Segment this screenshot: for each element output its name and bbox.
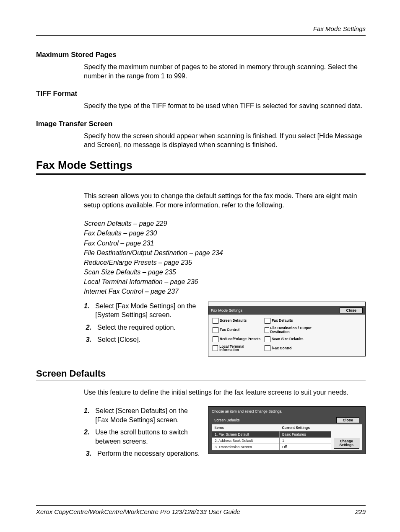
cell-item: 3. Transmission Screen: [212, 444, 280, 450]
step-number: 1.: [84, 406, 89, 424]
xref-link[interactable]: Screen Defaults – page 229: [84, 219, 366, 228]
body-fax-mode-intro: This screen allows you to change the def…: [84, 191, 366, 209]
step: 3. Perform the necessary operations.: [84, 449, 201, 458]
button-icon: [213, 327, 218, 333]
cell-value: 1: [279, 437, 331, 444]
footer: Xerox CopyCentre/WorkCentre/WorkCentre P…: [36, 505, 366, 515]
side-panel: Change Settings: [331, 424, 362, 450]
button-icon: [265, 327, 269, 333]
settings-table: Items Current Settings Change Settings 1…: [212, 424, 362, 450]
button-icon: [265, 336, 270, 342]
heading-image-transfer-screen: Image Transfer Screen: [36, 120, 366, 128]
footer-rule: [36, 505, 366, 506]
option-button[interactable]: Reduce/Enlarge Presets: [213, 336, 262, 342]
cell-item: 1. Fax Screen Default: [212, 431, 280, 437]
heading-max-stored-pages: Maximum Stored Pages: [36, 51, 366, 59]
close-button[interactable]: Close: [340, 307, 363, 313]
button-label: File Destination / Output Destination: [270, 326, 314, 334]
heading-tiff-format: TIFF Format: [36, 90, 366, 98]
screenshot-title: Fax Mode Settings: [211, 308, 242, 312]
running-head: Fax Mode Settings: [36, 25, 366, 32]
step-number: 3.: [84, 335, 91, 344]
button-icon: [265, 318, 270, 324]
step: 1. Select [Screen Defaults] on the [Fax …: [84, 406, 201, 424]
button-label: Screen Defaults: [220, 319, 247, 323]
page-number: 229: [355, 508, 366, 515]
step-number: 3.: [84, 449, 91, 458]
xref-link[interactable]: Internet Fax Control – page 237: [84, 287, 366, 296]
option-button[interactable]: Local Terminal Information: [213, 345, 262, 352]
option-button[interactable]: iFax Control: [265, 345, 314, 352]
step-number: 1.: [84, 302, 89, 320]
option-button[interactable]: Screen Defaults: [213, 318, 262, 324]
xref-link[interactable]: Reduce/Enlarge Presets – page 235: [84, 258, 366, 267]
body-tiff-format: Specify the type of the TIFF format to b…: [84, 101, 366, 111]
close-button[interactable]: Close: [336, 417, 359, 423]
step-text: Use the scroll buttons to switch between…: [95, 428, 201, 446]
screenshot-title: Screen Defaults: [214, 418, 239, 422]
screenshot-screen-defaults: Choose an item and select Change Setting…: [208, 406, 366, 454]
steps-screen-defaults: 1. Select [Screen Defaults] on the [Fax …: [84, 406, 201, 462]
body-image-transfer-screen: Specify how the screen should appear whe…: [84, 132, 366, 150]
option-button[interactable]: Scan Size Defaults: [265, 336, 314, 342]
col-current-settings: Current Settings: [279, 424, 331, 431]
button-icon: [213, 318, 218, 324]
col-items: Items: [212, 424, 280, 431]
body-screen-defaults-intro: Use this feature to define the initial s…: [84, 388, 366, 397]
step-text: Select [Close].: [97, 335, 140, 344]
button-label: iFax Control: [272, 346, 293, 350]
step-text: Perform the necessary operations.: [97, 449, 200, 458]
xref-link[interactable]: Fax Defaults – page 230: [84, 228, 366, 238]
step-text: Select [Screen Defaults] on the [Fax Mod…: [95, 406, 201, 424]
button-label: Fax Defaults: [272, 319, 293, 323]
step-text: Select the required option.: [97, 323, 176, 332]
button-label: Reduce/Enlarge Presets: [220, 337, 260, 341]
heading-fax-mode-settings: Fax Mode Settings: [36, 159, 366, 172]
cell-item: 2. Address Book Default: [212, 437, 280, 444]
footer-left: Xerox CopyCentre/WorkCentre/WorkCentre P…: [36, 508, 240, 515]
step: 2. Select the required option.: [84, 323, 201, 332]
screenshot-instruction: Choose an item and select Change Setting…: [212, 409, 362, 413]
link-list: Screen Defaults – page 229 Fax Defaults …: [84, 219, 366, 297]
step-text: Select [Fax Mode Settings] on the [Syste…: [95, 302, 201, 320]
step: 1. Select [Fax Mode Settings] on the [Sy…: [84, 302, 201, 320]
step-number: 2.: [84, 428, 89, 446]
running-head-rule: [36, 35, 366, 36]
screenshot-fax-mode-settings: Fax Mode Settings Close Screen Defaults …: [208, 302, 366, 357]
cell-value: Basic Features: [279, 431, 331, 437]
screenshot-titlebar: Screen Defaults Close: [212, 416, 362, 424]
step-number: 2.: [84, 323, 91, 332]
cell-value: Off: [279, 444, 331, 450]
h1-rule: [36, 173, 366, 175]
button-label: Local Terminal Information: [219, 345, 262, 352]
xref-link[interactable]: Scan Size Defaults – page 235: [84, 267, 366, 277]
xref-link[interactable]: Fax Control – page 231: [84, 238, 366, 248]
button-label: Scan Size Defaults: [272, 337, 304, 341]
change-settings-button[interactable]: Change Settings: [334, 438, 360, 449]
step: 2. Use the scroll buttons to switch betw…: [84, 428, 201, 446]
steps-fax-mode: 1. Select [Fax Mode Settings] on the [Sy…: [84, 302, 201, 348]
body-max-stored-pages: Specify the maximum number of pages to b…: [84, 62, 366, 80]
option-button[interactable]: Fax Defaults: [265, 318, 314, 324]
h2-rule: [36, 380, 366, 380]
option-button[interactable]: Fax Control: [213, 326, 262, 334]
option-button[interactable]: File Destination / Output Destination: [265, 326, 314, 334]
xref-link[interactable]: Local Terminal Information – page 236: [84, 277, 366, 287]
button-icon: [213, 336, 218, 342]
button-icon: [213, 345, 218, 351]
button-icon: [265, 345, 270, 351]
xref-link[interactable]: File Destination/Output Destination – pa…: [84, 248, 366, 258]
button-label: Fax Control: [220, 328, 239, 332]
screenshot-titlebar: Fax Mode Settings Close: [208, 306, 365, 315]
heading-screen-defaults: Screen Defaults: [36, 368, 366, 379]
step: 3. Select [Close].: [84, 335, 201, 344]
